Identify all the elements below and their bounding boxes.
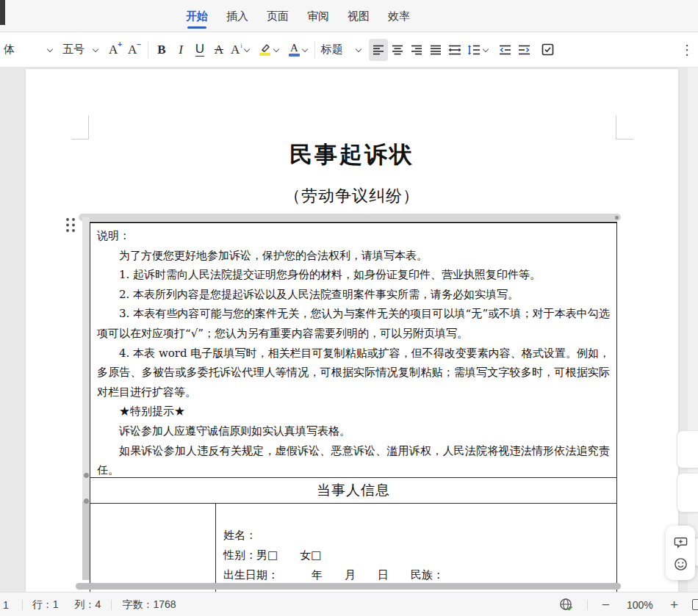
word-count-indicator[interactable]: 字数：1768 [122, 598, 176, 612]
align-left-button[interactable] [369, 39, 388, 61]
increase-indent-button[interactable] [515, 39, 534, 61]
tab-view[interactable]: 视图 [348, 0, 370, 32]
tab-efficiency[interactable]: 效率 [388, 0, 410, 32]
decrease-font-size-button[interactable]: A− [125, 39, 144, 61]
font-color-button[interactable]: A [287, 39, 311, 61]
ribbon-tab-bar: 开始 插入 页面 审阅 视图 效率 [0, 0, 698, 32]
chevron-down-icon [92, 46, 99, 54]
column-indicator: 列：4 [75, 598, 101, 612]
style-value: 标题 [321, 43, 343, 57]
party-detail-cell[interactable]: 姓名： 性别：男□ 女□ 出生日期： 年 月 日 民族： [216, 504, 616, 592]
font-size-value: 五号 [62, 43, 84, 57]
align-right-button[interactable] [407, 39, 426, 61]
tab-insert[interactable]: 插入 [226, 0, 248, 32]
highlight-color-button[interactable] [257, 39, 282, 61]
edge-panel-button-bottom[interactable] [677, 473, 698, 512]
toolbar-more-button[interactable]: ⋮ [677, 39, 697, 61]
note-paragraph[interactable]: 1. 起诉时需向人民法院提交证明您身份的材料，如身份证复印件、营业执照复印件等。 [97, 265, 610, 285]
margin-corner-mark-left [71, 115, 89, 139]
italic-button[interactable]: I [171, 39, 190, 61]
checkbox-icon [542, 43, 554, 56]
add-comment-button[interactable] [674, 535, 688, 549]
text-effects-dropdown[interactable]: Ai [229, 39, 253, 61]
font-size-dropdown[interactable]: 五号 [60, 39, 101, 61]
row-handle-dot[interactable] [84, 473, 89, 478]
special-note-heading[interactable]: ★特别提示★ [97, 402, 610, 421]
tab-home[interactable]: 开始 [186, 0, 208, 32]
line-spacing-icon [467, 44, 481, 56]
note-paragraph[interactable]: 3. 本表有些内容可能与您的案件无关，您认为与案件无关的项目可以填“无”或不填；… [97, 304, 610, 343]
complaint-form-table: 说明： 为了方便您更好地参加诉讼，保护您的合法权利，请填写本表。 1. 起诉时需… [90, 222, 617, 592]
chevron-down-icon [482, 46, 489, 54]
justify-button[interactable] [426, 39, 445, 61]
highlighter-icon [259, 43, 271, 56]
table-row-adjuster-active[interactable] [82, 501, 90, 580]
font-name-dropdown[interactable]: 体 [1, 39, 56, 61]
tab-review[interactable]: 审阅 [307, 0, 329, 32]
align-center-icon [391, 44, 404, 56]
toolbar-divider [148, 41, 148, 59]
grow-font-icon: A [109, 43, 118, 57]
note-paragraph[interactable]: 诉讼参加人应遵守诚信原则如实认真填写表格。 [97, 421, 610, 441]
underline-button[interactable]: U [190, 39, 209, 61]
distribute-button[interactable] [445, 39, 464, 61]
emoji-feedback-button[interactable] [674, 557, 688, 571]
horizontal-scrollbar-thumb[interactable] [76, 583, 621, 590]
font-color-icon: A [289, 43, 300, 57]
notes-heading[interactable]: 说明： [97, 226, 610, 246]
statusbar-divider [587, 600, 588, 610]
drag-dots-icon [65, 217, 76, 233]
align-center-button[interactable] [388, 39, 407, 61]
column-handle-dot[interactable] [615, 216, 619, 220]
section-header-row[interactable]: 当事人信息 [90, 477, 616, 504]
bold-button[interactable]: B [152, 39, 171, 61]
note-paragraph[interactable]: 2. 本表所列内容是您提起诉讼以及人民法院查明案件事实所需，请务必如实填写。 [97, 285, 610, 305]
note-paragraph[interactable]: 4. 本表 word 电子版填写时，相关栏目可复制粘贴或扩容，但不得改变要素内容… [97, 344, 610, 402]
spell-check-language-button[interactable] [559, 598, 573, 612]
line-spacing-dropdown[interactable] [464, 39, 492, 61]
chevron-down-icon [355, 46, 362, 54]
chevron-down-icon [46, 46, 54, 54]
zoom-level-value[interactable]: 100% [624, 599, 656, 611]
note-paragraph[interactable]: 为了方便您更好地参加诉讼，保护您的合法权利，请填写本表。 [97, 246, 610, 266]
more-vertical-icon: ⋮ [680, 42, 694, 58]
margin-corner-mark-right [616, 115, 633, 139]
chevron-down-icon [273, 46, 280, 54]
section-header-text: 当事人信息 [317, 481, 390, 500]
italic-icon: I [179, 43, 183, 57]
party-role-cell[interactable] [90, 504, 216, 592]
fit-page-button-partial[interactable] [692, 599, 698, 610]
checkbox-list-button[interactable] [539, 39, 558, 61]
gender-field-label[interactable]: 性别：男□ 女□ [223, 546, 611, 565]
align-left-icon [372, 44, 385, 56]
strikethrough-button[interactable]: A [209, 39, 229, 61]
birthdate-field-label[interactable]: 出生日期： 年 月 日 民族： [223, 565, 611, 585]
name-field-label[interactable]: 姓名： [223, 526, 611, 546]
decrease-indent-icon [498, 44, 512, 56]
toolbar-divider [314, 41, 315, 59]
smiley-icon [674, 557, 688, 571]
decrease-indent-button[interactable] [496, 39, 515, 61]
zoom-in-button[interactable]: + [670, 598, 678, 612]
status-bar: 1 行：1 列：4 字数：1768 − 100% + [0, 592, 698, 616]
increase-font-size-button[interactable]: A+ [106, 39, 125, 61]
note-paragraph[interactable]: 如果诉讼参加人违反有关规定，虚假诉讼、恶意诉讼、滥用诉权，人民法院将视违法情形依… [97, 441, 610, 477]
paragraph-style-dropdown[interactable]: 标题 [319, 39, 364, 61]
table-row[interactable]: 说明： 为了方便您更好地参加诉讼，保护您的合法权利，请填写本表。 1. 起诉时需… [90, 223, 616, 477]
table-column-adjuster-bar[interactable] [79, 214, 621, 221]
underline-icon: U [195, 43, 204, 57]
comment-plus-icon [674, 535, 688, 549]
document-title[interactable]: 民事起诉状 [26, 139, 678, 170]
row-handle-dot[interactable] [84, 499, 89, 504]
table-move-handle[interactable] [65, 217, 76, 236]
chevron-down-icon [301, 46, 309, 54]
vertical-scrollbar-track[interactable] [688, 68, 698, 592]
zoom-out-button[interactable]: − [602, 598, 610, 612]
document-subtitle[interactable]: （劳动争议纠纷） [26, 185, 678, 207]
bold-icon: B [157, 43, 165, 57]
increase-indent-icon [517, 44, 531, 56]
document-canvas: 民事起诉状 （劳动争议纠纷） 说明： 为了方便您更好地参加诉讼，保护您的合法权利… [0, 68, 698, 592]
page-indicator-fragment[interactable]: 1 [3, 599, 9, 611]
edge-panel-button-top[interactable] [677, 430, 698, 468]
tab-page[interactable]: 页面 [267, 0, 289, 32]
